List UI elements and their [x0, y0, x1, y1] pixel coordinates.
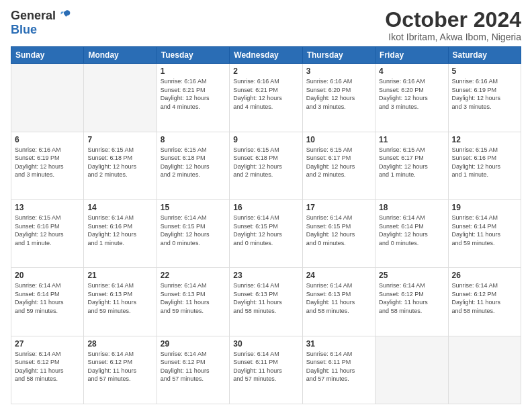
calendar-week-row: 1Sunrise: 6:16 AM Sunset: 6:21 PM Daylig…: [11, 64, 521, 132]
day-info: Sunrise: 6:16 AM Sunset: 6:19 PM Dayligh…: [452, 77, 517, 111]
day-number: 7: [87, 135, 152, 144]
table-row: 15Sunrise: 6:14 AM Sunset: 6:15 PM Dayli…: [157, 199, 229, 267]
day-number: 31: [306, 339, 371, 349]
day-number: 21: [87, 271, 152, 280]
day-info: Sunrise: 6:15 AM Sunset: 6:17 PM Dayligh…: [379, 146, 444, 179]
table-row: 6Sunrise: 6:16 AM Sunset: 6:19 PM Daylig…: [11, 132, 84, 199]
day-info: Sunrise: 6:16 AM Sunset: 6:20 PM Dayligh…: [306, 77, 371, 111]
calendar-week-row: 6Sunrise: 6:16 AM Sunset: 6:19 PM Daylig…: [11, 132, 521, 199]
day-number: 20: [15, 271, 80, 280]
day-number: 28: [87, 339, 152, 349]
table-row: 18Sunrise: 6:14 AM Sunset: 6:14 PM Dayli…: [375, 199, 448, 267]
day-number: 15: [161, 203, 226, 212]
day-number: 19: [452, 203, 517, 212]
table-row: 5Sunrise: 6:16 AM Sunset: 6:19 PM Daylig…: [448, 64, 521, 132]
day-info: Sunrise: 6:14 AM Sunset: 6:12 PM Dayligh…: [379, 281, 444, 315]
table-row: 25Sunrise: 6:14 AM Sunset: 6:12 PM Dayli…: [375, 268, 448, 336]
day-info: Sunrise: 6:14 AM Sunset: 6:14 PM Dayligh…: [15, 281, 80, 315]
location: Ikot Ibritam, Akwa Ibom, Nigeria: [385, 32, 521, 42]
table-row: [11, 64, 84, 132]
col-monday: Monday: [84, 47, 157, 64]
col-sunday: Sunday: [11, 47, 84, 64]
table-row: 24Sunrise: 6:14 AM Sunset: 6:13 PM Dayli…: [302, 268, 375, 336]
day-info: Sunrise: 6:14 AM Sunset: 6:15 PM Dayligh…: [306, 214, 371, 247]
day-number: 25: [379, 271, 444, 280]
day-info: Sunrise: 6:14 AM Sunset: 6:14 PM Dayligh…: [452, 214, 517, 247]
table-row: 11Sunrise: 6:15 AM Sunset: 6:17 PM Dayli…: [375, 132, 448, 199]
day-number: 23: [233, 271, 298, 280]
day-number: 16: [233, 203, 298, 212]
title-section: October 2024 Ikot Ibritam, Akwa Ibom, Ni…: [385, 8, 521, 42]
day-info: Sunrise: 6:14 AM Sunset: 6:14 PM Dayligh…: [379, 214, 444, 247]
day-info: Sunrise: 6:14 AM Sunset: 6:13 PM Dayligh…: [87, 281, 152, 315]
day-number: 5: [452, 66, 517, 76]
day-number: 29: [161, 339, 226, 349]
day-number: 13: [15, 203, 80, 212]
table-row: 19Sunrise: 6:14 AM Sunset: 6:14 PM Dayli…: [448, 199, 521, 267]
table-row: 16Sunrise: 6:14 AM Sunset: 6:15 PM Dayli…: [230, 199, 302, 267]
day-number: 30: [233, 339, 298, 349]
table-row: 10Sunrise: 6:15 AM Sunset: 6:17 PM Dayli…: [302, 132, 375, 199]
month-title: October 2024: [385, 8, 521, 32]
day-info: Sunrise: 6:14 AM Sunset: 6:13 PM Dayligh…: [233, 281, 298, 315]
day-number: 27: [15, 339, 80, 349]
table-row: 31Sunrise: 6:14 AM Sunset: 6:11 PM Dayli…: [302, 336, 375, 404]
table-row: [448, 336, 521, 404]
calendar-week-row: 27Sunrise: 6:14 AM Sunset: 6:12 PM Dayli…: [11, 336, 521, 404]
table-row: 3Sunrise: 6:16 AM Sunset: 6:20 PM Daylig…: [302, 64, 375, 132]
header: General Blue October 2024 Ikot Ibritam, …: [11, 8, 521, 42]
day-number: 12: [452, 135, 517, 144]
day-info: Sunrise: 6:16 AM Sunset: 6:19 PM Dayligh…: [15, 146, 80, 179]
day-info: Sunrise: 6:14 AM Sunset: 6:12 PM Dayligh…: [161, 350, 226, 383]
col-thursday: Thursday: [302, 47, 375, 64]
table-row: 22Sunrise: 6:14 AM Sunset: 6:13 PM Dayli…: [157, 268, 229, 336]
table-row: 27Sunrise: 6:14 AM Sunset: 6:12 PM Dayli…: [11, 336, 84, 404]
day-number: 1: [161, 66, 226, 76]
day-info: Sunrise: 6:16 AM Sunset: 6:21 PM Dayligh…: [233, 77, 298, 111]
day-number: 18: [379, 203, 444, 212]
calendar-header-row: Sunday Monday Tuesday Wednesday Thursday…: [11, 47, 521, 64]
day-number: 10: [306, 135, 371, 144]
table-row: 23Sunrise: 6:14 AM Sunset: 6:13 PM Dayli…: [230, 268, 302, 336]
day-info: Sunrise: 6:15 AM Sunset: 6:17 PM Dayligh…: [306, 146, 371, 179]
col-wednesday: Wednesday: [230, 47, 302, 64]
day-info: Sunrise: 6:16 AM Sunset: 6:20 PM Dayligh…: [379, 77, 444, 111]
table-row: 8Sunrise: 6:15 AM Sunset: 6:18 PM Daylig…: [157, 132, 229, 199]
table-row: 20Sunrise: 6:14 AM Sunset: 6:14 PM Dayli…: [11, 268, 84, 336]
day-info: Sunrise: 6:14 AM Sunset: 6:15 PM Dayligh…: [233, 214, 298, 247]
logo: General Blue: [11, 8, 72, 37]
table-row: 1Sunrise: 6:16 AM Sunset: 6:21 PM Daylig…: [157, 64, 229, 132]
day-info: Sunrise: 6:14 AM Sunset: 6:12 PM Dayligh…: [87, 350, 152, 383]
day-info: Sunrise: 6:14 AM Sunset: 6:11 PM Dayligh…: [306, 350, 371, 383]
table-row: 17Sunrise: 6:14 AM Sunset: 6:15 PM Dayli…: [302, 199, 375, 267]
day-number: 11: [379, 135, 444, 144]
table-row: 28Sunrise: 6:14 AM Sunset: 6:12 PM Dayli…: [84, 336, 157, 404]
table-row: 30Sunrise: 6:14 AM Sunset: 6:11 PM Dayli…: [230, 336, 302, 404]
day-number: 3: [306, 66, 371, 76]
logo-blue-text: Blue: [11, 23, 37, 37]
day-number: 26: [452, 271, 517, 280]
table-row: [375, 336, 448, 404]
table-row: [84, 64, 157, 132]
day-info: Sunrise: 6:14 AM Sunset: 6:15 PM Dayligh…: [161, 214, 226, 247]
table-row: 2Sunrise: 6:16 AM Sunset: 6:21 PM Daylig…: [230, 64, 302, 132]
day-number: 17: [306, 203, 371, 212]
col-tuesday: Tuesday: [157, 47, 229, 64]
table-row: 14Sunrise: 6:14 AM Sunset: 6:16 PM Dayli…: [84, 199, 157, 267]
table-row: 4Sunrise: 6:16 AM Sunset: 6:20 PM Daylig…: [375, 64, 448, 132]
day-info: Sunrise: 6:14 AM Sunset: 6:12 PM Dayligh…: [15, 350, 80, 383]
day-info: Sunrise: 6:15 AM Sunset: 6:18 PM Dayligh…: [161, 146, 226, 179]
day-info: Sunrise: 6:15 AM Sunset: 6:16 PM Dayligh…: [15, 214, 80, 247]
day-number: 24: [306, 271, 371, 280]
day-info: Sunrise: 6:14 AM Sunset: 6:13 PM Dayligh…: [306, 281, 371, 315]
day-info: Sunrise: 6:15 AM Sunset: 6:18 PM Dayligh…: [87, 146, 152, 179]
calendar: Sunday Monday Tuesday Wednesday Thursday…: [11, 46, 521, 404]
col-saturday: Saturday: [448, 47, 521, 64]
day-number: 22: [161, 271, 226, 280]
day-number: 9: [233, 135, 298, 144]
day-number: 6: [15, 135, 80, 144]
day-number: 8: [161, 135, 226, 144]
calendar-week-row: 13Sunrise: 6:15 AM Sunset: 6:16 PM Dayli…: [11, 199, 521, 267]
day-info: Sunrise: 6:15 AM Sunset: 6:18 PM Dayligh…: [233, 146, 298, 179]
table-row: 12Sunrise: 6:15 AM Sunset: 6:16 PM Dayli…: [448, 132, 521, 199]
